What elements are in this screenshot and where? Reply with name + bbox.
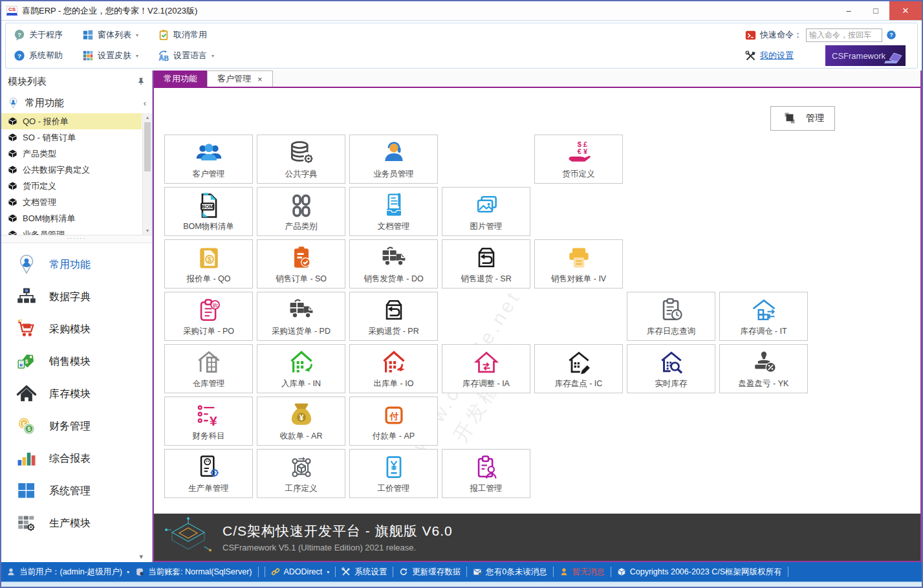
module-list-title: 模块列表 <box>8 76 47 88</box>
minimize-button[interactable]: – <box>835 1 862 20</box>
sidebar-list-item-label: QO - 报价单 <box>23 116 69 127</box>
favorites-group-header[interactable]: 常用功能 ‹ <box>1 93 152 113</box>
quick-command-input[interactable] <box>806 28 882 42</box>
skin-grid-button[interactable]: 设置皮肤▾ <box>82 50 138 61</box>
sidebar-module-tag-sale[interactable]: $销售模块 <box>1 345 152 378</box>
sidebar-module-cart[interactable]: 采购模块 <box>1 313 152 345</box>
tile-truck[interactable]: 采购送货单 - PD <box>257 292 345 341</box>
tile-house-search[interactable]: 实时库存 <box>627 344 715 393</box>
sidebar-module-coins[interactable]: €$财务管理 <box>1 410 152 442</box>
favorites-group-title: 常用功能 <box>25 97 64 109</box>
status-db-user[interactable]: 当前账套: Normal(SqlServer) <box>135 567 252 578</box>
help-circle-button[interactable]: ?系统帮助 <box>14 50 63 61</box>
tile-box-return[interactable]: 采购退货 - PR <box>349 292 438 341</box>
close-button[interactable]: ✕ <box>889 1 922 20</box>
tile-pay-square[interactable]: 付付款单 - AP <box>349 397 438 446</box>
status-label: Copyrights 2006-2023 C/S框架网版权所有 <box>630 567 782 578</box>
tile-box-return[interactable]: 销售退货 - SR <box>442 239 530 289</box>
tab-客户管理[interactable]: 客户管理× <box>207 71 273 87</box>
scrollbar-thumb[interactable] <box>144 122 151 171</box>
tile-house-transfer[interactable]: 库存调仓 - IT <box>719 292 808 341</box>
sidebar-list-item-label: 文档管理 <box>23 197 56 208</box>
scroll-down-icon[interactable]: ▾ <box>143 226 152 235</box>
tab-常用功能[interactable]: 常用功能 <box>154 71 207 87</box>
sidebar-list-item[interactable]: SO - 销售订单 <box>1 129 142 146</box>
tile-grid: 客户管理公共字典业务员管理$ £€ ¥货币定义BOMBOM物料清单产品类别文档管… <box>164 135 920 498</box>
sidebar-module-person-pin[interactable]: 常用功能 <box>1 248 152 281</box>
sidebar-list-item[interactable]: 文档管理 <box>1 194 142 210</box>
tile-stamp[interactable]: 盘盈盘亏 - YK <box>719 344 808 393</box>
status-link[interactable]: ADODirect▾ <box>271 567 330 576</box>
tile-moneybag[interactable]: ¥收款单 - AR <box>257 397 345 446</box>
tile-printer[interactable]: 销售对账单 - IV <box>534 239 623 289</box>
sidebar-list-item[interactable]: 公共数据字典定义 <box>1 162 142 178</box>
cube-white-icon <box>617 567 626 576</box>
tile-house-pencil[interactable]: 库存盘点 - IC <box>534 344 623 393</box>
status-mail[interactable]: 您有0条未读消息 <box>473 567 547 578</box>
window-list-button[interactable]: 窗体列表▾ <box>82 29 138 41</box>
close-icon[interactable]: × <box>257 75 263 83</box>
sidebar-module-grid-gear[interactable]: 生产模块 <box>1 507 152 539</box>
about-bubble-button[interactable]: ?关于程序 <box>14 29 63 41</box>
sidebar-list-item[interactable]: 业务员管理 <box>1 226 142 235</box>
status-label: 系统设置 <box>354 567 387 578</box>
tile-clipboard-clock[interactable]: 库存日志查询 <box>627 292 715 341</box>
doc-dollar-icon: $ <box>195 244 223 272</box>
tile-clipboard-buy[interactable]: 购采购订单 - PO <box>164 292 253 341</box>
maximize-button[interactable]: □ <box>862 1 889 20</box>
tile-currency-hand[interactable]: $ £€ ¥货币定义 <box>534 135 623 184</box>
tools-icon <box>745 50 756 61</box>
app-logo-icon: CS <box>6 6 17 16</box>
tile-images[interactable]: 图片管理 <box>442 187 530 236</box>
tile-house-loop[interactable]: 库存调整 - IA <box>442 344 530 393</box>
my-settings-link[interactable]: 我的设置 <box>760 50 794 61</box>
sidebar-module-win-logo[interactable]: 系统管理 <box>1 475 152 507</box>
nav-more-chevron-icon[interactable]: ▾ <box>139 552 143 561</box>
sidebar-module-bar-chart[interactable]: 综合报表 <box>1 442 152 475</box>
sidebar-scrollbar[interactable]: ▴ ▾ <box>142 113 152 235</box>
tile-clipboard-check[interactable]: 销售订单 - SO <box>257 239 345 289</box>
tile-warehouse[interactable]: 仓库管理 <box>164 344 253 393</box>
sidebar-module-home[interactable]: 库存模块 <box>1 378 152 410</box>
tile-label: 财务科目 <box>165 431 252 442</box>
tile-doc-gear[interactable]: 生产单管理 <box>164 449 253 498</box>
tile-nodes-cube[interactable]: 工序定义 <box>257 449 345 498</box>
statusbar-separator <box>611 567 611 577</box>
collapse-chevron-icon[interactable]: ‹ <box>144 98 146 108</box>
help-icon[interactable]: ? <box>886 30 896 40</box>
tile-four-squares[interactable]: 产品类别 <box>257 187 345 236</box>
tile-truck[interactable]: 销售发货单 - DO <box>349 239 438 289</box>
sidebar-module-org-chart[interactable]: 数据字典 <box>1 281 152 313</box>
tile-doc-tray[interactable]: 文档管理 <box>349 187 438 236</box>
manage-button[interactable]: 管理 <box>770 106 835 131</box>
pin-icon[interactable] <box>136 77 146 86</box>
clipboard-gold-button[interactable]: 取消常用 <box>158 29 207 41</box>
toolbar-item-label: 窗体列表 <box>98 29 131 41</box>
tile-doc-yen[interactable]: 工价管理 <box>349 449 438 498</box>
scroll-up-icon[interactable]: ▴ <box>143 113 152 122</box>
tile-db-gear[interactable]: 公共字典 <box>257 135 345 184</box>
tile-people[interactable]: 客户管理 <box>164 135 253 184</box>
sidebar-list-item[interactable]: 货币定义 <box>1 178 142 194</box>
status-refresh[interactable]: 更新缓存数据 <box>399 567 461 578</box>
tile-label: 库存调仓 - IT <box>720 326 807 337</box>
tile-doc-dollar[interactable]: $报价单 - QO <box>164 239 253 289</box>
tile-clipboard-person[interactable]: 报工管理 <box>442 449 530 498</box>
tile-agent[interactable]: 业务员管理 <box>349 135 438 184</box>
status-cube-white[interactable]: Copyrights 2006-2023 C/S框架网版权所有 <box>617 567 782 578</box>
sidebar-list-item[interactable]: QO - 报价单 <box>1 113 142 129</box>
tile-house-out[interactable]: 出库单 - IO <box>349 344 438 393</box>
status-wrench[interactable]: 系统设置 <box>342 567 387 578</box>
person-pin-icon <box>16 254 38 276</box>
about-bubble-icon: ? <box>14 29 25 41</box>
svg-text:¥: ¥ <box>209 413 217 428</box>
sidebar-splitter[interactable]: ······ <box>1 235 152 243</box>
tile-house-in[interactable]: 入库单 - IN <box>257 344 345 393</box>
status-user[interactable]: 当前用户：(admin-超级用户)▾ <box>6 567 129 578</box>
tile-bom-file[interactable]: BOMBOM物料清单 <box>164 187 253 236</box>
tile-list-yen[interactable]: ¥财务科目 <box>164 397 253 446</box>
sidebar-list-item[interactable]: 产品类型 <box>1 146 142 162</box>
language-ab-button[interactable]: AB设置语言▾ <box>158 50 214 61</box>
sidebar-list-item[interactable]: BOM物料清单 <box>1 210 142 226</box>
status-person-orange[interactable]: 暂无消息 <box>559 567 605 578</box>
